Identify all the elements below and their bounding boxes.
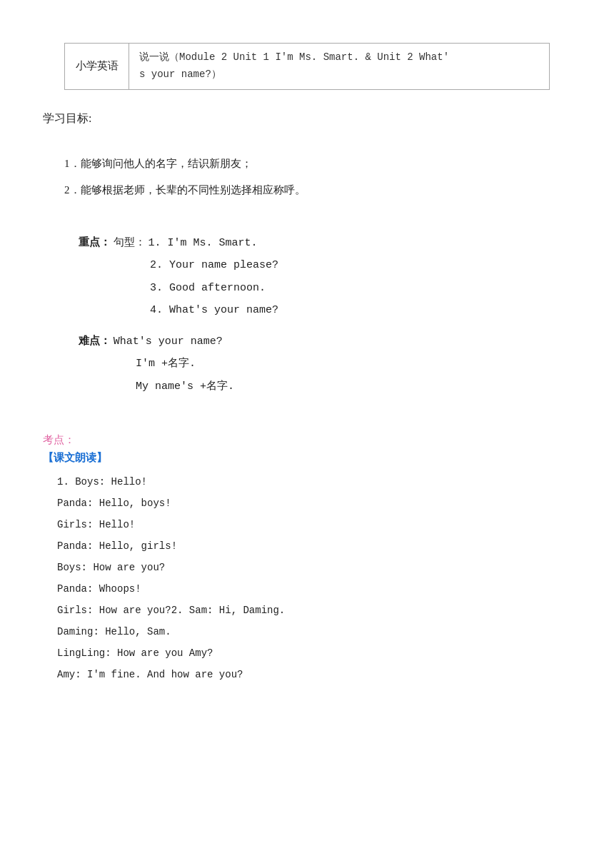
header-table: 小学英语 说一说（Module 2 Unit 1 I'm Ms. Smart. … xyxy=(64,43,550,90)
difficulty-header: 难点： What's your name? xyxy=(79,329,571,353)
dialogue-section: 1. Boys: Hello! Panda: Hello, boys! Girl… xyxy=(57,472,571,685)
kewendu-label: 【课文朗读】 xyxy=(43,451,571,465)
key-item-4: 4. What's your name? xyxy=(150,299,571,322)
subject-label: 小学英语 xyxy=(65,44,129,90)
dialogue-5: Panda: Whoops! xyxy=(57,579,571,599)
dialogue-7: Daming: Hello, Sam. xyxy=(57,622,571,642)
difficulty-item-1: What's your name? xyxy=(114,335,223,348)
key-sublabel: 句型： xyxy=(114,236,146,248)
key-points-section: 重点： 句型： 1. I'm Ms. Smart. 2. Your name p… xyxy=(79,231,571,322)
kaodian-label: 考点： xyxy=(43,433,571,447)
key-item-2: 2. Your name please? xyxy=(150,254,571,277)
key-label: 重点： xyxy=(79,236,111,248)
header-line2: s your name?） xyxy=(139,69,221,80)
objective-2: 2．能够根据老师，长辈的不同性别选择相应称呼。 xyxy=(64,178,571,202)
dialogue-4: Boys: How are you? xyxy=(57,557,571,577)
key-points-header: 重点： 句型： 1. I'm Ms. Smart. xyxy=(79,231,571,255)
dialogue-3: Panda: Hello, girls! xyxy=(57,536,571,556)
difficulty-section: 难点： What's your name? I'm +名字. My name's… xyxy=(79,329,571,398)
key-item-3: 3. Good afternoon. xyxy=(150,277,571,300)
dialogue-8: LingLing: How are you Amy? xyxy=(57,643,571,663)
difficulty-item-3: My name's +名字. xyxy=(136,375,571,398)
header-content: 说一说（Module 2 Unit 1 I'm Ms. Smart. & Uni… xyxy=(129,44,550,90)
difficulty-label: 难点： xyxy=(79,334,111,346)
dialogue-1: Panda: Hello, boys! xyxy=(57,493,571,513)
objectives-list: 1．能够询问他人的名字，结识新朋友； 2．能够根据老师，长辈的不同性别选择相应称… xyxy=(64,152,571,202)
dialogue-0: 1. Boys: Hello! xyxy=(57,472,571,492)
section-title: 学习目标: xyxy=(43,111,571,126)
header-line1: 说一说（Module 2 Unit 1 I'm Ms. Smart. & Uni… xyxy=(139,51,449,63)
difficulty-item-2: I'm +名字. xyxy=(136,353,571,375)
objective-1: 1．能够询问他人的名字，结识新朋友； xyxy=(64,152,571,176)
dialogue-6: Girls: How are you?2. Sam: Hi, Daming. xyxy=(57,600,571,620)
dialogue-9: Amy: I'm fine. And how are you? xyxy=(57,665,571,685)
key-item-1: 1. I'm Ms. Smart. xyxy=(149,237,258,249)
dialogue-2: Girls: Hello! xyxy=(57,515,571,535)
